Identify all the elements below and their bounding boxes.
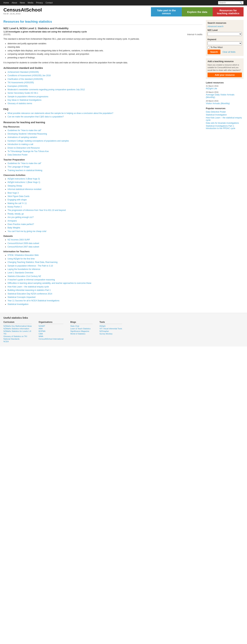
achievement-link-8[interactable]: Key Ideas in Statistical Investigations (8, 99, 41, 101)
classroom-link-13[interactable]: Does Practice make perfect? (8, 223, 34, 226)
footer-link[interactable]: iNZight (100, 325, 122, 327)
classroom-link-15[interactable]: You can't fool me by giving me cheap col… (8, 230, 46, 232)
header-btn-resources[interactable]: Resources for teaching statistics (213, 7, 244, 16)
footer-link[interactable]: Glossary of Statistics on TKI (4, 335, 32, 337)
footer-link[interactable]: CensusAtSchool International (38, 338, 64, 340)
classroom-link-3[interactable]: Informal statistical inference revisited (8, 188, 41, 190)
latest-link-2[interactable]: Visitor Arrivals (Monthly) (206, 102, 230, 105)
classroom-link-12[interactable]: Armspans (8, 220, 17, 222)
prep-link-1[interactable]: The Language of Shape (8, 166, 30, 168)
classroom-link-14[interactable]: Baby Weights (8, 226, 20, 229)
nzc-select[interactable] (208, 32, 242, 36)
dataset-link-1[interactable]: CensusAtSchool 2009 data subset (8, 242, 39, 244)
achievement-link-3[interactable]: TKI Assessments (AS91035) (8, 81, 34, 84)
nav-home[interactable]: Home (4, 2, 9, 4)
info-link-11[interactable]: Statistical Education Day NZSA conferenc… (8, 292, 52, 295)
key-link-3[interactable]: Karekare College: building conceptions o… (8, 140, 69, 142)
info-link-10[interactable]: Building inferential reasoning in statis… (8, 289, 50, 291)
nav-news[interactable]: News (20, 2, 25, 4)
advanced-search-link[interactable]: Advanced search (208, 25, 242, 28)
achievement-link-4[interactable]: Exemplars (AS91035) (8, 85, 28, 87)
footer-link[interactable]: World of Statistics (70, 333, 92, 335)
info-link-0[interactable]: STEW, SStatistics Education Web (8, 254, 38, 256)
footer-link[interactable]: Significance Magazine (70, 330, 92, 332)
key-link-6[interactable]: Te Tūhuratanga Tauanga He Toa Tūhura Koe (8, 150, 49, 152)
info-link-6[interactable]: Statistics Education 21st Century NZ (8, 275, 41, 278)
key-link-0[interactable]: Guidelines for "How to make the call" (8, 129, 41, 132)
top-search-input[interactable] (219, 2, 240, 4)
info-link-4[interactable]: Laying the foundations for inference (8, 268, 40, 270)
footer-link[interactable]: NZMaths Statistics for Levels 1-8 (4, 330, 32, 332)
te-reo-checkbox[interactable] (208, 46, 210, 48)
footer-link[interactable]: WMA (38, 335, 64, 337)
classroom-link-8[interactable]: Nosey Parker 2 (8, 206, 22, 208)
clear-button[interactable]: Clear all fields (222, 51, 235, 53)
header-btn-census[interactable]: Take part in the census (151, 7, 182, 16)
nav-contact[interactable]: Contact (46, 2, 52, 4)
nav-media[interactable]: Media (28, 2, 33, 4)
search-button[interactable]: Search (208, 50, 220, 54)
classroom-link-4[interactable]: Bear hugs 3 (8, 192, 19, 194)
nav-privacy[interactable]: Privacy (36, 2, 43, 4)
key-link-5[interactable]: Driven to Distraction Unit Resource (8, 147, 40, 149)
footer-link[interactable]: NZGrapher (100, 330, 122, 332)
info-link-12[interactable]: Statistical Concepts Unpacked (8, 296, 36, 298)
info-link-1[interactable]: Using iNZight for the first time (8, 258, 35, 260)
info-link-2[interactable]: Changing Teaching Statistics: Real Data,… (8, 261, 58, 264)
add-resource-button[interactable]: Add your resource (208, 72, 242, 77)
classroom-link-0[interactable]: iNZight instructions 3 (Bear hugs 3) (8, 178, 40, 180)
classroom-link-10[interactable]: Ready, steady, go (8, 212, 24, 215)
classroom-link-5[interactable]: Stick Figure Data Cards (8, 195, 29, 198)
latest-link-0[interactable]: iNZight Lite (206, 87, 217, 90)
classroom-link-7[interactable]: Making the call Yr 11 (8, 202, 27, 204)
footer-link[interactable]: Survey Monkey (100, 333, 122, 335)
prep-link-2[interactable]: Training teachers in statistical thinkin… (8, 169, 42, 172)
info-link-13[interactable]: Year 11 Success for all in NCEA Statisti… (8, 300, 59, 302)
info-link-9[interactable]: How Kids Learn – the statistical enquiry… (8, 286, 49, 288)
footer-link[interactable]: Learn & Teach Statistics (70, 328, 92, 330)
footer-link[interactable]: VIT: Visual Inferential Tools (100, 328, 122, 330)
key-link-2[interactable]: Animations of sampling variation (8, 136, 37, 138)
key-link-7[interactable]: Data Detective Poster (8, 154, 28, 156)
info-link-8[interactable]: Difficulties in learning about sampling … (8, 282, 92, 284)
achievement-link-6[interactable]: Senior Secondary Guide AO S6.1 (8, 92, 38, 94)
info-link-5[interactable]: Level 1 Standards Overview (8, 272, 33, 274)
footer-link[interactable]: TKI (4, 333, 32, 335)
footer-link[interactable]: NZMaths Key Mathematical Ideas (4, 325, 32, 327)
popular-link-2[interactable]: How Kids Learn – the statistical enquiry… (206, 116, 244, 121)
header-btn-explore[interactable]: Explore the data (182, 7, 213, 16)
prep-link-0[interactable]: Guidelines for "How to make the call" (8, 162, 41, 164)
achievement-link-7[interactable]: Sample to population inference progressi… (8, 96, 48, 98)
dataset-link-0[interactable]: NZ Incomes 2003 SURF (8, 238, 30, 241)
classroom-link-11[interactable]: Are you getting enough zzz? (8, 216, 34, 218)
popular-link-0[interactable]: Data Detective Poster (206, 111, 244, 113)
classroom-link-9[interactable]: The progression of inference from Year 9… (8, 209, 66, 212)
keyword-select[interactable] (208, 41, 242, 45)
latest-link-1[interactable]: Average Daily Visitor Arrivals (Monthly) (206, 93, 234, 98)
footer-link[interactable]: NZAMT (38, 325, 64, 327)
classroom-link-2[interactable]: Sleeping Sheep (8, 185, 22, 187)
classroom-link-6[interactable]: Engaging with shape (8, 198, 26, 201)
footer-link[interactable]: National Standards (4, 338, 32, 340)
footer-link[interactable]: AMA (38, 328, 64, 330)
faq-link-0[interactable]: What possible relevance can statements a… (8, 112, 113, 114)
popular-link-4[interactable]: Statistical Investigations Part 1: Intro… (206, 125, 244, 130)
popular-link-3[interactable]: Data sets for bivariate investigations (206, 122, 244, 124)
info-link-14[interactable]: Statistical Investigation (8, 303, 28, 306)
info-link-3[interactable]: Sample to population inference - The Pat… (8, 264, 53, 267)
footer-link[interactable]: Stats Chat (70, 325, 92, 327)
classroom-link-1[interactable]: iNZight instructions 1 (Bear Hugs 1) (8, 181, 40, 184)
info-link-7[interactable]: A teacher's guide to informal comparativ… (8, 278, 55, 281)
faq-link-1[interactable]: Can we make the assumption that C@S data… (8, 116, 64, 118)
key-link-1[interactable]: Developing Students' Inferential Reasoni… (8, 133, 47, 135)
achievement-link-9[interactable]: Glossary of statistics terms (8, 102, 32, 105)
achievement-link-5[interactable]: Moderator's newsletter comments regardin… (8, 88, 85, 91)
achievement-link-2[interactable]: Clarification of the standard (AS91035) (8, 78, 43, 80)
achievement-link-0[interactable]: Achievement Standard (AS91035) (8, 71, 39, 73)
popular-link-1[interactable]: Statistical Investigation (206, 114, 244, 116)
dataset-link-2[interactable]: CensusAtSchool 2007 data subset (8, 246, 39, 248)
footer-link[interactable]: BOPMA (38, 330, 64, 332)
footer-link[interactable]: NCEA (4, 340, 32, 342)
top-search-button[interactable]: 🔍 (240, 2, 242, 4)
achievement-link-1[interactable]: Conditions of Assessment (AS91035) Jan 2… (8, 74, 50, 77)
